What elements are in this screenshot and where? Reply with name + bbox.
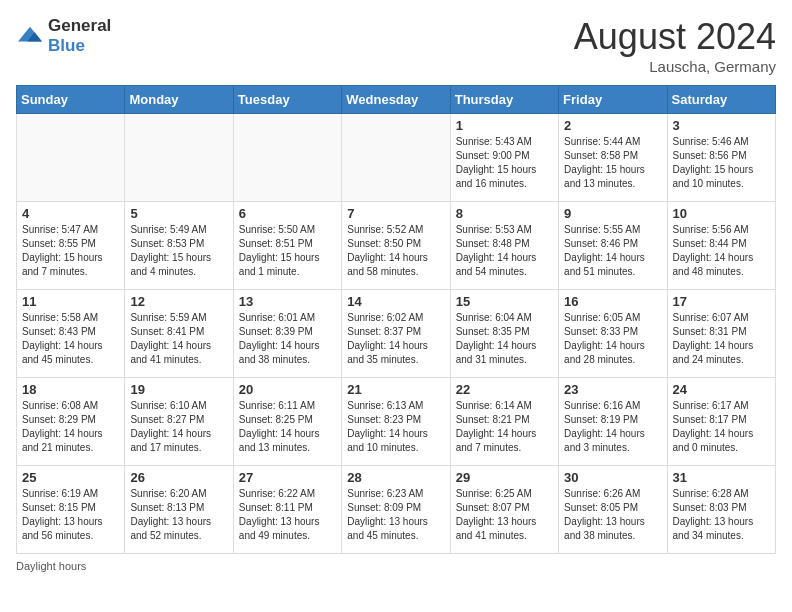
day-info: Sunrise: 6:26 AM Sunset: 8:05 PM Dayligh… [564, 487, 661, 543]
week-row-3: 11Sunrise: 5:58 AM Sunset: 8:43 PM Dayli… [17, 290, 776, 378]
calendar-cell: 6Sunrise: 5:50 AM Sunset: 8:51 PM Daylig… [233, 202, 341, 290]
calendar-cell: 9Sunrise: 5:55 AM Sunset: 8:46 PM Daylig… [559, 202, 667, 290]
header-day-tuesday: Tuesday [233, 86, 341, 114]
calendar-cell: 19Sunrise: 6:10 AM Sunset: 8:27 PM Dayli… [125, 378, 233, 466]
day-info: Sunrise: 6:05 AM Sunset: 8:33 PM Dayligh… [564, 311, 661, 367]
day-number: 7 [347, 206, 444, 221]
calendar-cell: 24Sunrise: 6:17 AM Sunset: 8:17 PM Dayli… [667, 378, 775, 466]
logo: General Blue [16, 16, 111, 56]
day-info: Sunrise: 6:14 AM Sunset: 8:21 PM Dayligh… [456, 399, 553, 455]
day-info: Sunrise: 6:07 AM Sunset: 8:31 PM Dayligh… [673, 311, 770, 367]
day-info: Sunrise: 5:56 AM Sunset: 8:44 PM Dayligh… [673, 223, 770, 279]
day-number: 24 [673, 382, 770, 397]
day-info: Sunrise: 6:16 AM Sunset: 8:19 PM Dayligh… [564, 399, 661, 455]
calendar-cell: 23Sunrise: 6:16 AM Sunset: 8:19 PM Dayli… [559, 378, 667, 466]
day-info: Sunrise: 5:44 AM Sunset: 8:58 PM Dayligh… [564, 135, 661, 191]
daylight-hours-label: Daylight hours [16, 560, 86, 572]
day-number: 17 [673, 294, 770, 309]
day-number: 22 [456, 382, 553, 397]
day-number: 25 [22, 470, 119, 485]
day-info: Sunrise: 6:25 AM Sunset: 8:07 PM Dayligh… [456, 487, 553, 543]
header-day-saturday: Saturday [667, 86, 775, 114]
day-info: Sunrise: 6:17 AM Sunset: 8:17 PM Dayligh… [673, 399, 770, 455]
calendar-cell: 18Sunrise: 6:08 AM Sunset: 8:29 PM Dayli… [17, 378, 125, 466]
calendar-cell: 2Sunrise: 5:44 AM Sunset: 8:58 PM Daylig… [559, 114, 667, 202]
day-info: Sunrise: 6:20 AM Sunset: 8:13 PM Dayligh… [130, 487, 227, 543]
calendar-cell: 7Sunrise: 5:52 AM Sunset: 8:50 PM Daylig… [342, 202, 450, 290]
location-subtitle: Lauscha, Germany [574, 58, 776, 75]
week-row-1: 1Sunrise: 5:43 AM Sunset: 9:00 PM Daylig… [17, 114, 776, 202]
day-number: 26 [130, 470, 227, 485]
header: General Blue August 2024 Lauscha, German… [16, 16, 776, 75]
day-number: 18 [22, 382, 119, 397]
calendar-cell: 3Sunrise: 5:46 AM Sunset: 8:56 PM Daylig… [667, 114, 775, 202]
day-info: Sunrise: 5:58 AM Sunset: 8:43 PM Dayligh… [22, 311, 119, 367]
day-number: 19 [130, 382, 227, 397]
calendar-cell [17, 114, 125, 202]
day-number: 13 [239, 294, 336, 309]
day-number: 30 [564, 470, 661, 485]
header-day-wednesday: Wednesday [342, 86, 450, 114]
calendar-cell: 11Sunrise: 5:58 AM Sunset: 8:43 PM Dayli… [17, 290, 125, 378]
calendar-cell: 20Sunrise: 6:11 AM Sunset: 8:25 PM Dayli… [233, 378, 341, 466]
calendar-cell: 1Sunrise: 5:43 AM Sunset: 9:00 PM Daylig… [450, 114, 558, 202]
calendar-cell: 17Sunrise: 6:07 AM Sunset: 8:31 PM Dayli… [667, 290, 775, 378]
day-info: Sunrise: 5:49 AM Sunset: 8:53 PM Dayligh… [130, 223, 227, 279]
day-info: Sunrise: 5:55 AM Sunset: 8:46 PM Dayligh… [564, 223, 661, 279]
day-info: Sunrise: 6:19 AM Sunset: 8:15 PM Dayligh… [22, 487, 119, 543]
calendar-cell [342, 114, 450, 202]
day-info: Sunrise: 6:23 AM Sunset: 8:09 PM Dayligh… [347, 487, 444, 543]
calendar-cell: 28Sunrise: 6:23 AM Sunset: 8:09 PM Dayli… [342, 466, 450, 554]
day-info: Sunrise: 5:59 AM Sunset: 8:41 PM Dayligh… [130, 311, 227, 367]
day-info: Sunrise: 5:47 AM Sunset: 8:55 PM Dayligh… [22, 223, 119, 279]
calendar-cell: 31Sunrise: 6:28 AM Sunset: 8:03 PM Dayli… [667, 466, 775, 554]
footer-note: Daylight hours [16, 560, 776, 572]
month-year-title: August 2024 [574, 16, 776, 58]
week-row-2: 4Sunrise: 5:47 AM Sunset: 8:55 PM Daylig… [17, 202, 776, 290]
day-number: 12 [130, 294, 227, 309]
calendar-header-row: SundayMondayTuesdayWednesdayThursdayFrid… [17, 86, 776, 114]
calendar-cell: 4Sunrise: 5:47 AM Sunset: 8:55 PM Daylig… [17, 202, 125, 290]
day-info: Sunrise: 6:28 AM Sunset: 8:03 PM Dayligh… [673, 487, 770, 543]
day-number: 11 [22, 294, 119, 309]
day-number: 15 [456, 294, 553, 309]
header-day-sunday: Sunday [17, 86, 125, 114]
calendar-cell: 12Sunrise: 5:59 AM Sunset: 8:41 PM Dayli… [125, 290, 233, 378]
calendar-cell: 13Sunrise: 6:01 AM Sunset: 8:39 PM Dayli… [233, 290, 341, 378]
header-day-friday: Friday [559, 86, 667, 114]
header-day-monday: Monday [125, 86, 233, 114]
day-number: 20 [239, 382, 336, 397]
day-info: Sunrise: 5:43 AM Sunset: 9:00 PM Dayligh… [456, 135, 553, 191]
day-number: 23 [564, 382, 661, 397]
week-row-5: 25Sunrise: 6:19 AM Sunset: 8:15 PM Dayli… [17, 466, 776, 554]
day-info: Sunrise: 6:02 AM Sunset: 8:37 PM Dayligh… [347, 311, 444, 367]
day-number: 21 [347, 382, 444, 397]
calendar-cell: 10Sunrise: 5:56 AM Sunset: 8:44 PM Dayli… [667, 202, 775, 290]
day-info: Sunrise: 6:10 AM Sunset: 8:27 PM Dayligh… [130, 399, 227, 455]
day-info: Sunrise: 6:04 AM Sunset: 8:35 PM Dayligh… [456, 311, 553, 367]
logo-text: General Blue [48, 16, 111, 56]
calendar-cell [233, 114, 341, 202]
day-number: 5 [130, 206, 227, 221]
day-number: 3 [673, 118, 770, 133]
day-number: 31 [673, 470, 770, 485]
title-area: August 2024 Lauscha, Germany [574, 16, 776, 75]
calendar-cell: 14Sunrise: 6:02 AM Sunset: 8:37 PM Dayli… [342, 290, 450, 378]
day-number: 4 [22, 206, 119, 221]
day-info: Sunrise: 6:01 AM Sunset: 8:39 PM Dayligh… [239, 311, 336, 367]
day-number: 28 [347, 470, 444, 485]
day-info: Sunrise: 5:50 AM Sunset: 8:51 PM Dayligh… [239, 223, 336, 279]
calendar-cell: 22Sunrise: 6:14 AM Sunset: 8:21 PM Dayli… [450, 378, 558, 466]
day-number: 10 [673, 206, 770, 221]
day-info: Sunrise: 5:52 AM Sunset: 8:50 PM Dayligh… [347, 223, 444, 279]
calendar-cell: 30Sunrise: 6:26 AM Sunset: 8:05 PM Dayli… [559, 466, 667, 554]
calendar-cell: 15Sunrise: 6:04 AM Sunset: 8:35 PM Dayli… [450, 290, 558, 378]
calendar-cell: 27Sunrise: 6:22 AM Sunset: 8:11 PM Dayli… [233, 466, 341, 554]
calendar-cell: 29Sunrise: 6:25 AM Sunset: 8:07 PM Dayli… [450, 466, 558, 554]
calendar-cell: 21Sunrise: 6:13 AM Sunset: 8:23 PM Dayli… [342, 378, 450, 466]
generalblue-logo-icon [16, 25, 44, 47]
day-number: 2 [564, 118, 661, 133]
day-info: Sunrise: 6:11 AM Sunset: 8:25 PM Dayligh… [239, 399, 336, 455]
day-number: 6 [239, 206, 336, 221]
day-number: 1 [456, 118, 553, 133]
